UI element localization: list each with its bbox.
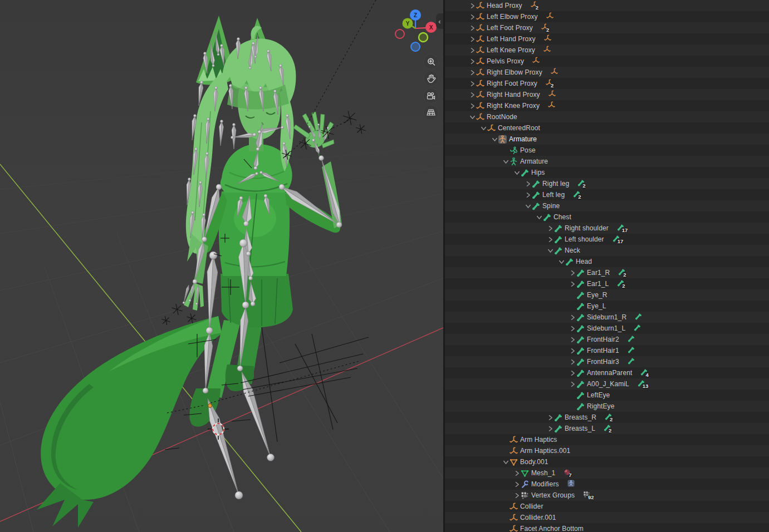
expander-icon[interactable] — [469, 46, 476, 54]
outliner-row[interactable]: Right shoulder17 — [445, 223, 769, 234]
outliner-row[interactable]: Body.001 — [445, 456, 769, 467]
outliner-row[interactable]: Hips — [445, 167, 769, 178]
expander-icon[interactable] — [513, 491, 521, 499]
outliner-row[interactable]: Collider.001 — [445, 512, 769, 523]
expander-icon[interactable] — [469, 80, 476, 87]
outliner-row[interactable]: Head — [445, 256, 769, 267]
outliner-row[interactable]: Sideburn1_L — [445, 323, 769, 334]
expander-icon[interactable] — [569, 269, 576, 277]
outliner-row[interactable]: Left Foot Proxy2 — [445, 22, 769, 33]
expander-icon[interactable] — [525, 191, 532, 199]
outliner-row[interactable]: Ear1_R2 — [445, 267, 769, 278]
outliner-row[interactable]: Left Hand Proxy — [445, 33, 769, 45]
outliner-row[interactable]: LeftEye — [445, 390, 769, 401]
outliner-row[interactable]: RightEye — [445, 401, 769, 412]
outliner-row[interactable]: Right Foot Proxy2 — [445, 78, 769, 89]
expander-icon[interactable] — [569, 313, 576, 321]
outliner-row[interactable]: FrontHair2 — [445, 334, 769, 345]
expander-icon[interactable] — [569, 280, 576, 288]
navigation-gizmo[interactable]: Z Y X — [390, 3, 441, 56]
outliner-row[interactable]: Eye_L — [445, 301, 769, 312]
expander-icon[interactable] — [502, 458, 510, 466]
outliner-row[interactable]: Left leg2 — [445, 189, 769, 200]
outliner-row[interactable]: RootNode — [445, 111, 769, 122]
outliner-panel[interactable]: Head Proxy2Left Elbow ProxyLeft Foot Pro… — [445, 0, 769, 532]
expander-icon[interactable] — [513, 169, 521, 176]
outliner-row[interactable]: FrontHair1 — [445, 345, 769, 356]
outliner-row[interactable]: Chest — [445, 211, 769, 223]
expander-icon[interactable] — [547, 425, 554, 432]
expander-icon[interactable] — [525, 202, 532, 210]
outliner-row[interactable]: Spine — [445, 200, 769, 211]
expander-icon[interactable] — [525, 180, 532, 188]
outliner-row[interactable]: Left Knee Proxy — [445, 45, 769, 56]
expander-icon[interactable] — [547, 247, 554, 254]
expander-icon[interactable] — [469, 91, 476, 98]
outliner-row[interactable]: Eye_R — [445, 289, 769, 301]
outliner-row[interactable]: Left shoulder17 — [445, 234, 769, 245]
outliner-row[interactable]: Mesh_17 — [445, 467, 769, 479]
outliner-row[interactable]: Armature — [445, 134, 769, 145]
outliner-row[interactable]: Pelvis Proxy — [445, 56, 769, 67]
expander-icon[interactable] — [536, 213, 543, 221]
character-model[interactable] — [37, 16, 342, 528]
outliner-row[interactable]: Sideburn1_R — [445, 312, 769, 323]
expander-icon[interactable] — [513, 469, 521, 477]
outliner-row[interactable]: Modifiers — [445, 479, 769, 490]
expander-icon[interactable] — [469, 102, 476, 110]
outliner-row[interactable]: Head Proxy2 — [445, 0, 769, 11]
outliner-row[interactable]: FrontHair3 — [445, 356, 769, 367]
outliner-row[interactable]: Facet Anchor Bottom — [445, 523, 769, 532]
expander-icon[interactable] — [469, 57, 476, 65]
outliner-row[interactable]: Left Elbow Proxy — [445, 11, 769, 22]
3d-viewport[interactable]: Z Y X ‹ — [0, 0, 443, 532]
outliner-row[interactable]: Breasts_L2 — [445, 423, 769, 434]
outliner-row[interactable]: Armature — [445, 156, 769, 167]
outliner-row[interactable]: AntennaParent4 — [445, 367, 769, 378]
outliner-row[interactable]: Arm Haptics.001 — [445, 445, 769, 456]
expander-icon[interactable] — [469, 35, 476, 43]
outliner-row[interactable]: Right Hand Proxy — [445, 89, 769, 100]
expander-icon[interactable] — [569, 380, 576, 388]
sidebar-collapse-tab[interactable]: ‹ — [436, 13, 443, 29]
expander-icon[interactable] — [491, 135, 498, 143]
outliner-row[interactable]: A00_J_KamiL13 — [445, 378, 769, 390]
outliner-row[interactable]: Right Elbow Proxy — [445, 67, 769, 78]
expander-icon[interactable] — [547, 224, 554, 232]
outliner-row[interactable]: Pose — [445, 145, 769, 156]
expander-icon[interactable] — [469, 68, 476, 76]
expander-icon[interactable] — [469, 2, 476, 9]
outliner-row[interactable]: Ear1_L2 — [445, 278, 769, 289]
gizmo-neg-z-ball[interactable] — [411, 42, 420, 51]
expander-icon[interactable] — [569, 324, 576, 332]
expander-icon[interactable] — [513, 480, 521, 488]
expander-icon[interactable] — [480, 124, 487, 132]
grid-icon — [426, 108, 436, 117]
expander-icon[interactable] — [502, 157, 510, 165]
outliner-row[interactable]: Arm Haptics — [445, 434, 769, 445]
outliner-row[interactable]: Neck — [445, 245, 769, 256]
outliner-row[interactable]: Right Knee Proxy — [445, 100, 769, 111]
zoom-button[interactable] — [423, 54, 439, 70]
bone-icon — [628, 346, 635, 356]
outliner-row[interactable]: Breasts_R2 — [445, 412, 769, 423]
gizmo-neg-x-ball[interactable] — [395, 29, 404, 38]
expander-icon[interactable] — [558, 258, 565, 265]
expander-icon[interactable] — [569, 336, 576, 343]
expander-icon[interactable] — [469, 13, 476, 21]
expander-icon[interactable] — [469, 24, 476, 32]
camera-button[interactable] — [423, 88, 439, 104]
outliner-row[interactable]: CenteredRoot — [445, 122, 769, 134]
expander-icon[interactable] — [469, 113, 476, 121]
gizmo-neg-y-ball[interactable] — [419, 33, 428, 42]
outliner-row[interactable]: Vertex Groups92 — [445, 490, 769, 501]
expander-icon[interactable] — [569, 347, 576, 354]
pan-button[interactable] — [423, 71, 439, 86]
expander-icon[interactable] — [547, 413, 554, 421]
expander-icon[interactable] — [547, 235, 554, 243]
outliner-row[interactable]: Right leg2 — [445, 178, 769, 189]
outliner-row[interactable]: Collider — [445, 501, 769, 512]
grid-button[interactable] — [423, 105, 439, 120]
expander-icon[interactable] — [569, 358, 576, 366]
expander-icon[interactable] — [569, 369, 576, 377]
